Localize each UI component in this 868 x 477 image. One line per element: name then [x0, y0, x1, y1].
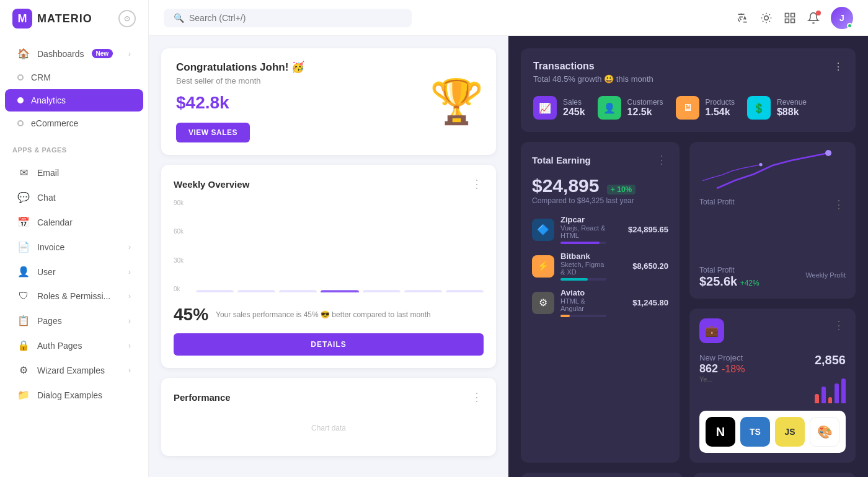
crm-label: CRM — [31, 72, 51, 82]
calendar-icon: 📅 — [17, 216, 30, 228]
earning-change: + 10% — [607, 185, 636, 195]
aviato-info: Aviato HTML & Angular — [560, 288, 606, 317]
sidebar-item-email[interactable]: ✉ Email — [5, 160, 143, 185]
target-icon[interactable]: ⊙ — [118, 10, 136, 27]
bar-2 — [237, 290, 275, 292]
email-label: Email — [37, 168, 59, 178]
sidebar-item-ecommerce[interactable]: eCommerce — [5, 112, 143, 134]
sidebar-item-wizard[interactable]: ⚙ Wizard Examples › — [5, 358, 143, 382]
sidebar-item-crm[interactable]: CRM — [5, 66, 143, 89]
zipcar-info: Zipcar Vuejs, React & HTML — [560, 215, 606, 244]
sidebar-item-dashboards[interactable]: 🏠 Dashboards New › — [5, 42, 143, 66]
aviato-amount: $1,245.80 — [613, 298, 668, 307]
sales-value: 245k — [563, 107, 585, 118]
sidebar-item-pages[interactable]: 📋 Pages › — [5, 309, 143, 333]
project-icon: 💼 — [699, 318, 724, 343]
invoice-label: Invoice — [37, 242, 64, 252]
bitbank-sub: Sketch, Figma & XD — [560, 261, 606, 276]
revenue-label: Revenue — [777, 98, 807, 107]
aviato-progress-bar — [560, 315, 570, 317]
sidebar-item-chat[interactable]: 💬 Chat — [5, 185, 143, 209]
zipcar-icon: 🔷 — [532, 219, 554, 241]
weekly-title: Weekly Overview — [174, 179, 249, 190]
topbar-icons: J — [737, 7, 853, 29]
project-value-row: 862 -18% — [699, 362, 745, 375]
apps-section-label: APPS & PAGES — [0, 139, 148, 156]
earning-amount: $24,895 — [532, 175, 599, 196]
sidebar-item-roles[interactable]: 🛡 Roles & Permissi... › — [5, 284, 143, 308]
chevron-icon: › — [128, 268, 131, 276]
zipcar-name: Zipcar — [560, 215, 606, 224]
sidebar-logo: M MATERIO ⊙ — [0, 0, 148, 37]
dark-side: Transactions Total 48.5% growth 😃 this m… — [508, 36, 868, 477]
total-profit-area: Total Profit $25.6k +42% — [699, 261, 760, 289]
typescript-logo[interactable]: TS — [740, 417, 770, 447]
sales-info: Sales 245k — [563, 98, 585, 118]
user-icon: 👤 — [17, 266, 30, 278]
search-input[interactable] — [189, 13, 402, 23]
bitbank-progress-bar — [560, 278, 588, 281]
profit-values: ⋮ — [833, 198, 846, 211]
earning-item-bitbank: ⚡ Bitbank Sketch, Figma & XD $8,650.20 — [532, 252, 668, 281]
theme-icon[interactable] — [760, 12, 773, 24]
notification-icon[interactable] — [807, 12, 820, 24]
total-profit-value: $25.6k — [699, 274, 737, 288]
zipcar-sub: Vuejs, React & HTML — [560, 224, 606, 239]
grid-icon[interactable] — [784, 12, 796, 24]
ecommerce-label: eCommerce — [31, 118, 78, 128]
sidebar-item-analytics[interactable]: Analytics — [5, 89, 143, 112]
performance-menu-icon[interactable]: ⋮ — [471, 390, 484, 404]
tech-logos-container: N TS JS 🎨 — [699, 411, 846, 453]
chevron-icon: › — [128, 366, 131, 375]
profit-menu-icon[interactable]: ⋮ — [833, 198, 846, 211]
details-button[interactable]: DETAILS — [174, 333, 484, 356]
aviato-progress — [560, 315, 606, 317]
project-change: -18% — [722, 364, 745, 375]
right-cards-col: Total Profit ⋮ — [689, 142, 856, 463]
withdraw-card: Withdraw View All — [693, 473, 856, 477]
mini-bar-3 — [828, 397, 833, 403]
transactions-menu-icon[interactable]: ⋮ — [833, 61, 843, 72]
weekly-profit-area: Weekly Profit — [805, 271, 846, 279]
sidebar-item-auth[interactable]: 🔒 Auth Pages › — [5, 333, 143, 357]
deposit-card: Deposit View All — [521, 473, 683, 477]
sidebar-item-dialog[interactable]: 📁 Dialog Examples — [5, 383, 143, 407]
profit-chart-overlay — [696, 148, 849, 191]
congrats-subtitle: Best seller of the month — [176, 76, 304, 85]
sidebar-item-user[interactable]: 👤 User › — [5, 260, 143, 284]
lock-icon: 🔒 — [17, 339, 30, 351]
sidebar-item-invoice[interactable]: 📄 Invoice › — [5, 235, 143, 259]
new-badge: New — [92, 49, 113, 58]
search-bar[interactable]: 🔍 — [164, 9, 412, 27]
transactions-subtitle: Total 48.5% growth 😃 this month — [533, 74, 653, 84]
chart-description: Your sales performance is 45% 😎 better c… — [216, 310, 431, 320]
customers-value: 12.5k — [627, 107, 663, 118]
figma-logo[interactable]: 🎨 — [810, 417, 839, 447]
project-menu-icon[interactable]: ⋮ — [833, 318, 846, 332]
earning-menu-icon[interactable]: ⋮ — [656, 153, 668, 167]
total-profit-card: Total Profit ⋮ — [689, 142, 856, 299]
total-profit-title: Total Profit — [699, 266, 760, 274]
svg-rect-1 — [786, 13, 789, 17]
trophy-icon: 🏆 — [430, 76, 484, 127]
sidebar-item-calendar[interactable]: 📅 Calendar — [5, 210, 143, 234]
view-sales-button[interactable]: VIEW SALES — [176, 123, 250, 142]
earning-header: Total Earning ⋮ — [532, 153, 668, 167]
notification-dot — [816, 11, 821, 15]
sales-label: Sales — [563, 98, 585, 107]
products-info: Products 1.54k — [706, 98, 735, 118]
weekly-menu-icon[interactable]: ⋮ — [471, 177, 484, 191]
metric-customers: 👤 Customers 12.5k — [598, 96, 663, 120]
revenue-value: $88k — [777, 107, 807, 118]
congratulations-card: Congratulations John! 🥳 Best seller of t… — [161, 48, 496, 155]
translate-icon[interactable] — [737, 12, 749, 24]
bar-6 — [404, 290, 442, 292]
status-dot — [847, 23, 852, 28]
bitbank-progress — [560, 278, 606, 281]
javascript-logo[interactable]: JS — [775, 417, 805, 447]
dialog-label: Dialog Examples — [37, 390, 102, 400]
analytics-label: Analytics — [31, 95, 66, 105]
nextjs-logo[interactable]: N — [706, 417, 735, 447]
avatar[interactable]: J — [831, 7, 853, 29]
pages-label: Pages — [37, 316, 62, 326]
